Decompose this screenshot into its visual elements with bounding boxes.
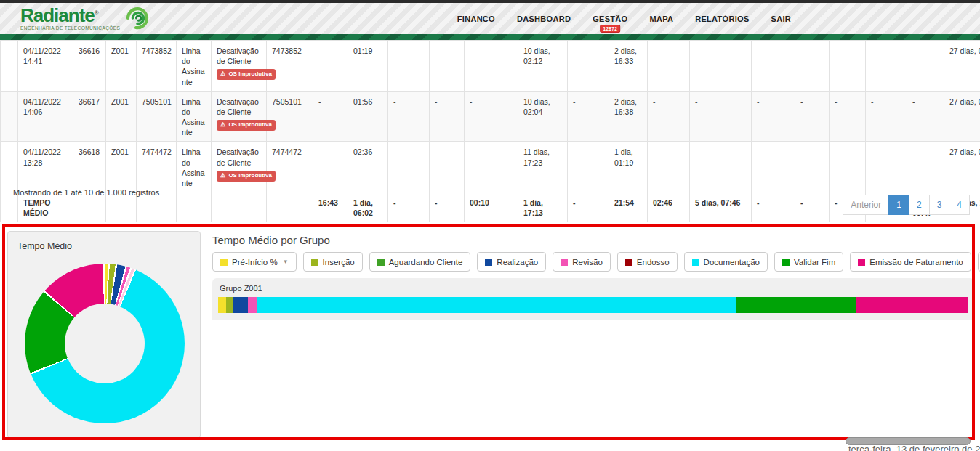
- nav-item-sair[interactable]: SAIR: [771, 15, 791, 23]
- table-record-count: Mostrando de 1 até 10 de 1.000 registros: [13, 188, 159, 197]
- table-cell: -: [388, 41, 430, 92]
- table-cell: Z001: [106, 91, 137, 142]
- summary-cell: -: [795, 192, 830, 222]
- legend-color-swatch-icon: [220, 259, 228, 266]
- table-cell: -: [830, 91, 866, 142]
- logo-title: Radiante®: [20, 6, 120, 25]
- pagination-page-1[interactable]: 1: [888, 195, 909, 215]
- legend-button-emiss-o-de-faturamento[interactable]: Emissão de Faturamento: [850, 252, 971, 272]
- nav-item-relatrios[interactable]: RELATÓRIOS: [695, 15, 749, 23]
- table-cell: 04/11/2022 13:28: [18, 142, 73, 192]
- table-cell: -: [690, 41, 752, 92]
- legend-button-inser-o[interactable]: Inserção: [303, 252, 363, 272]
- summary-cell: [212, 192, 267, 222]
- table-cell: Linha do Assinante: [177, 142, 212, 192]
- green-stripe-divider: [0, 34, 980, 40]
- legend-button-endosso[interactable]: Endosso: [617, 252, 678, 272]
- table-cell: 2 dias, 16:38: [609, 91, 648, 142]
- table-row: 04/11/2022 13:2836618Z0017474472Linha do…: [1, 142, 980, 192]
- table-cell: -: [690, 91, 752, 142]
- legend-button-documenta-o[interactable]: Documentação: [684, 252, 768, 272]
- bar-segment-documenta-o: [257, 297, 736, 313]
- legend-color-swatch-icon: [485, 259, 492, 266]
- table-cell: 11 dias, 17:23: [518, 142, 568, 192]
- table-cell: -: [313, 142, 348, 192]
- pagination-previous-button[interactable]: Anterior: [843, 195, 889, 215]
- radiante-logo[interactable]: Radiante® ENGENHARIA DE TELECOMUNICAÇÕES: [20, 3, 152, 35]
- logo-subtitle: ENGENHARIA DE TELECOMUNICAÇÕES: [20, 26, 120, 31]
- legend-label: Inserção: [323, 258, 355, 267]
- donut-chart-title: Tempo Médio: [8, 232, 200, 251]
- group-label: Grupo Z001: [212, 278, 974, 293]
- pagination: Anterior1234: [843, 195, 970, 215]
- bar-segment-pr-in-cio-: [218, 297, 226, 313]
- table-cell: -: [465, 142, 518, 192]
- table-cell: Z001: [106, 142, 137, 192]
- legend-color-swatch-icon: [782, 259, 790, 266]
- nav-item-gesto[interactable]: GESTÃO12872: [593, 15, 627, 23]
- table-cell: 04/11/2022 14:41: [18, 41, 73, 92]
- table-cell: 7473852: [137, 41, 177, 92]
- warning-icon: ⚠: [220, 172, 225, 179]
- table-cell: 36616: [73, 41, 106, 92]
- os-improdutiva-badge: ⚠ OS Improdutiva: [217, 171, 276, 182]
- table-cell: Desativação de Cliente⚠ OS Improdutiva: [212, 41, 267, 92]
- legend-button-revis-o[interactable]: Revisão: [553, 252, 611, 272]
- table-cell: [1, 41, 18, 92]
- swirl-logo-icon: [123, 3, 152, 35]
- table-cell: 7473852: [267, 41, 313, 92]
- nav-item-mapa[interactable]: MAPA: [649, 15, 673, 23]
- donut-hole: [65, 304, 145, 383]
- table-cell: -: [830, 142, 866, 192]
- table-cell: -: [465, 91, 518, 142]
- summary-cell: 02:46: [648, 192, 690, 222]
- table-cell: -: [430, 91, 465, 142]
- table-cell: -: [568, 142, 609, 192]
- summary-cell: 1 dia, 06:02: [348, 192, 388, 222]
- table-cell: 36617: [73, 91, 106, 142]
- grupo-z001-panel: Grupo Z001: [212, 278, 974, 320]
- table-cell: -: [907, 41, 944, 92]
- summary-cell: 1 dia, 17:13: [518, 192, 568, 222]
- os-improdutiva-badge: ⚠ OS Improdutiva: [217, 120, 276, 131]
- table-cell: -: [388, 91, 430, 142]
- table-cell: 7474472: [137, 142, 177, 192]
- table-cell: Z001: [106, 41, 137, 92]
- pagination-page-3[interactable]: 3: [929, 195, 950, 215]
- table-cell: -: [568, 91, 609, 142]
- legend-label: Documentação: [704, 258, 760, 267]
- table-cell: -: [313, 91, 348, 142]
- legend-label: Emissão de Faturamento: [869, 258, 963, 267]
- registered-mark: ®: [95, 10, 98, 17]
- summary-cell: 00:10: [465, 192, 518, 222]
- pagination-page-2[interactable]: 2: [909, 195, 930, 215]
- summary-cell: 5 dias, 07:46: [690, 192, 752, 222]
- summary-cell: -: [752, 192, 795, 222]
- legend-button-pr-in-cio-[interactable]: Pré-Início %▼: [212, 252, 297, 272]
- datetime-tooltip-text: terça-feira, 13 de fevereiro de 202: [848, 444, 980, 451]
- table-cell: 10 dias, 02:12: [518, 41, 568, 92]
- legend-color-swatch-icon: [561, 259, 568, 266]
- table-cell: -: [648, 142, 690, 192]
- legend-button-realiza-o[interactable]: Realização: [477, 252, 546, 272]
- table-cell: 01:19: [348, 41, 388, 92]
- summary-cell: -: [430, 192, 465, 222]
- chart-legend: Pré-Início %▼InserçãoAguardando ClienteR…: [212, 252, 976, 272]
- table-cell: 02:36: [348, 142, 388, 192]
- table-cell: -: [752, 142, 795, 192]
- tempo-medio-panel: Tempo Médio: [7, 231, 201, 439]
- legend-button-aguardando-cliente[interactable]: Aguardando Cliente: [369, 252, 471, 272]
- table-cell: 04/11/2022 14:06: [18, 91, 73, 142]
- legend-color-swatch-icon: [311, 259, 318, 266]
- pagination-page-4[interactable]: 4: [949, 195, 970, 215]
- table-cell: 7474472: [267, 142, 313, 192]
- legend-label: Endosso: [637, 258, 670, 267]
- table-cell: -: [830, 41, 866, 92]
- nav-item-dashboard[interactable]: DASHBOARD: [517, 15, 571, 23]
- table-cell: -: [313, 41, 348, 92]
- table-cell: 01:56: [348, 91, 388, 142]
- table-cell: 7505101: [137, 91, 177, 142]
- summary-cell: [177, 192, 212, 222]
- nav-item-financo[interactable]: FINANCO: [457, 15, 495, 23]
- legend-button-validar-fim[interactable]: Validar Fim: [774, 252, 843, 272]
